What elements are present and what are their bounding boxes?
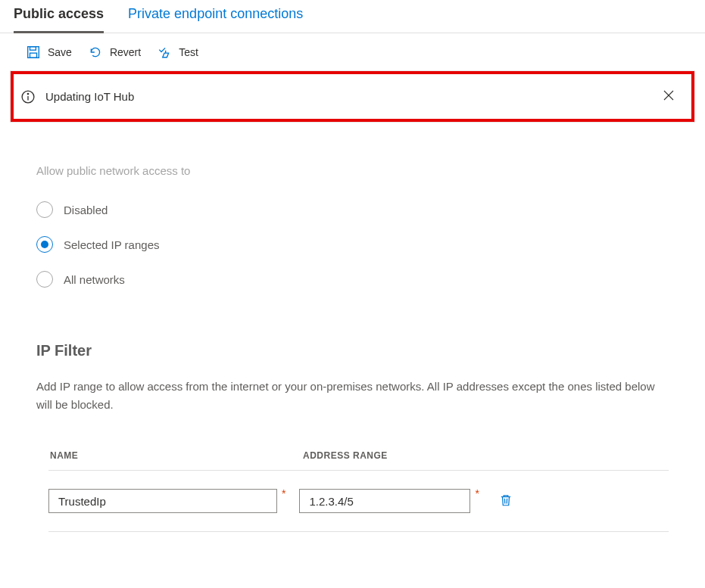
- table-row: * *: [48, 471, 669, 532]
- radio-all[interactable]: [36, 271, 53, 288]
- save-icon: [27, 45, 40, 59]
- revert-icon: [89, 45, 102, 59]
- trash-icon: [499, 493, 513, 507]
- required-marker: *: [282, 487, 285, 499]
- radio-option-disabled[interactable]: Disabled: [36, 192, 669, 227]
- radio-label-all: All networks: [64, 273, 125, 286]
- notification-banner: Updating IoT Hub: [11, 71, 694, 122]
- radio-option-all[interactable]: All networks: [36, 262, 669, 297]
- info-icon: [21, 90, 35, 104]
- tab-public-access[interactable]: Public access: [14, 2, 104, 33]
- close-icon: [663, 89, 675, 101]
- revert-label: Revert: [110, 46, 141, 58]
- ip-filter-table: NAME ADDRESS RANGE * *: [36, 450, 669, 532]
- access-radio-group: Disabled Selected IP ranges All networks: [36, 192, 669, 297]
- test-button[interactable]: Test: [158, 44, 206, 61]
- main-content: Allow public network access to Disabled …: [0, 122, 705, 555]
- radio-label-disabled: Disabled: [64, 204, 108, 216]
- test-label: Test: [179, 46, 198, 58]
- test-icon: [158, 45, 171, 59]
- delete-row-button[interactable]: [498, 490, 514, 512]
- required-marker: *: [475, 487, 479, 499]
- table-header: NAME ADDRESS RANGE: [48, 450, 669, 471]
- notification-text: Updating IoT Hub: [45, 90, 660, 103]
- radio-selected-ip[interactable]: [36, 236, 53, 253]
- save-button[interactable]: Save: [27, 44, 80, 61]
- radio-disabled[interactable]: [36, 201, 53, 218]
- revert-button[interactable]: Revert: [89, 44, 148, 61]
- name-input[interactable]: [48, 489, 277, 513]
- range-input[interactable]: [299, 489, 470, 513]
- radio-label-selected-ip: Selected IP ranges: [64, 238, 159, 251]
- toolbar: Save Revert Test: [0, 33, 705, 71]
- column-name: NAME: [50, 450, 303, 461]
- close-notification-button[interactable]: [660, 86, 678, 107]
- save-label: Save: [48, 46, 72, 58]
- radio-option-selected-ip[interactable]: Selected IP ranges: [36, 227, 669, 262]
- access-label: Allow public network access to: [36, 164, 669, 177]
- svg-rect-1: [30, 47, 36, 51]
- column-range: ADDRESS RANGE: [303, 450, 515, 461]
- tabs: Public access Private endpoint connectio…: [0, 0, 705, 33]
- svg-point-5: [27, 93, 28, 94]
- tab-private-endpoint[interactable]: Private endpoint connections: [128, 2, 303, 33]
- ip-filter-description: Add IP range to allow access from the in…: [36, 378, 669, 414]
- ip-filter-heading: IP Filter: [36, 342, 669, 359]
- svg-rect-2: [30, 53, 37, 58]
